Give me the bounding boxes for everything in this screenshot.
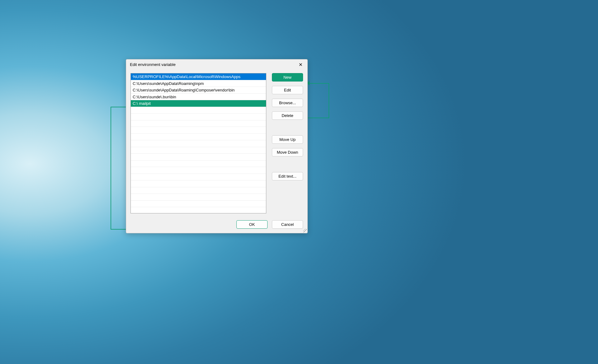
annotation-line xyxy=(306,83,329,84)
browse-button[interactable]: Browse... xyxy=(272,99,303,107)
titlebar: Edit environment variable ✕ xyxy=(126,59,307,69)
dialog-title: Edit environment variable xyxy=(130,62,176,67)
close-icon[interactable]: ✕ xyxy=(296,60,305,69)
dialog-footer: OK Cancel xyxy=(131,213,303,229)
resize-grip[interactable] xyxy=(303,229,307,232)
dialog-client-area: %USERPROFILE%\AppData\Local\Microsoft\Wi… xyxy=(126,69,307,233)
path-item-empty[interactable] xyxy=(131,161,266,167)
side-button-column: New Edit Browse... Delete Move Up Move D… xyxy=(272,73,303,213)
path-item[interactable]: %USERPROFILE%\AppData\Local\Microsoft\Wi… xyxy=(131,73,266,80)
cancel-button[interactable]: Cancel xyxy=(272,220,303,229)
new-button[interactable]: New xyxy=(272,73,303,82)
path-item-empty[interactable] xyxy=(131,134,266,141)
path-item[interactable]: C:\ mailpit xyxy=(131,100,266,107)
annotation-line xyxy=(329,83,329,118)
move-up-button[interactable]: Move Up xyxy=(272,135,303,144)
path-item-empty[interactable] xyxy=(131,194,266,201)
path-item[interactable]: C:\Users\sunde\AppData\Roaming\Composer\… xyxy=(131,87,266,94)
delete-button[interactable]: Delete xyxy=(272,111,303,120)
path-item-empty[interactable] xyxy=(131,180,266,187)
path-item-empty[interactable] xyxy=(131,167,266,174)
path-item-empty[interactable] xyxy=(131,154,266,161)
path-item-empty[interactable] xyxy=(131,201,266,208)
path-item-empty[interactable] xyxy=(131,187,266,194)
path-listbox[interactable]: %USERPROFILE%\AppData\Local\Microsoft\Wi… xyxy=(131,73,266,213)
edit-text-button[interactable]: Edit text... xyxy=(272,172,303,180)
path-item[interactable]: C:\Users\sunde\AppData\Roaming\npm xyxy=(131,80,266,87)
path-item-empty[interactable] xyxy=(131,114,266,120)
path-item-empty[interactable] xyxy=(131,127,266,134)
path-item-empty[interactable] xyxy=(131,120,266,127)
move-down-button[interactable]: Move Down xyxy=(272,148,303,156)
path-item-empty[interactable] xyxy=(131,147,266,154)
edit-button[interactable]: Edit xyxy=(272,86,303,94)
path-item-empty[interactable] xyxy=(131,140,266,147)
path-item-empty[interactable] xyxy=(131,174,266,181)
ok-button[interactable]: OK xyxy=(236,220,268,229)
path-item[interactable]: C:\Users\sunde\.bun\bin xyxy=(131,94,266,100)
annotation-line xyxy=(111,107,111,230)
path-item-empty[interactable] xyxy=(131,107,266,114)
edit-env-var-dialog: Edit environment variable ✕ %USERPROFILE… xyxy=(126,59,308,233)
